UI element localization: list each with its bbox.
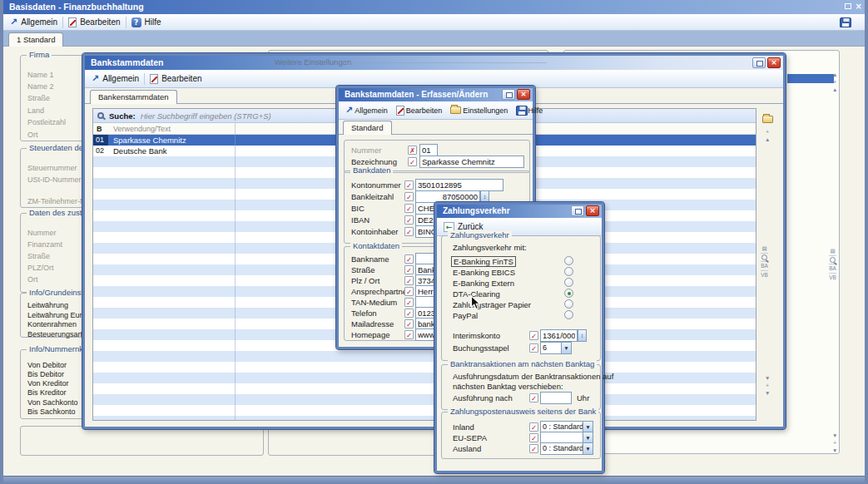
window-title: Bankstammdaten — [91, 57, 164, 67]
option-label: PayPal — [453, 311, 478, 320]
field-check-icon[interactable]: ✓ — [404, 265, 414, 274]
field-check-icon[interactable]: ✓ — [529, 343, 538, 353]
menu-allgemein[interactable]: ↗ Allgemein — [7, 17, 60, 27]
radio-zahlungstraeger-papier[interactable] — [564, 299, 573, 309]
list-view-icon[interactable]: ▤ — [830, 248, 835, 254]
folder-icon[interactable] — [762, 116, 773, 123]
interimskonto-input[interactable] — [540, 329, 578, 342]
zahlungsverkehr-title-bar[interactable]: Zahlungsverkehr × — [437, 205, 602, 218]
menu-bearbeiten[interactable]: Bearbeiten — [394, 105, 445, 116]
erfassen-title-bar[interactable]: Bankstammdaten - Erfassen/Ändern × — [339, 88, 533, 101]
buchungsstapel-label: Buchungsstapel — [453, 343, 509, 353]
allgemein-icon: ↗ — [10, 17, 17, 27]
field-label: Bis Kreditor — [27, 388, 67, 397]
radio-e-banking-extern[interactable] — [564, 278, 573, 287]
close-icon[interactable]: × — [856, 2, 862, 12]
save-icon[interactable] — [516, 106, 528, 116]
field-check-icon[interactable]: ✓ — [529, 393, 538, 403]
restore-icon[interactable] — [502, 89, 515, 100]
field-check-icon[interactable]: ✓ — [404, 180, 414, 190]
bezeichnung-input[interactable] — [419, 156, 524, 168]
buchungsstapel-value[interactable]: 6 — [540, 342, 562, 354]
field-check-icon[interactable]: ✓ — [408, 157, 417, 166]
konto-lookup-spinner[interactable]: ↕ — [578, 329, 587, 342]
vb-badge[interactable]: VB — [761, 272, 768, 279]
column-header-verwendung[interactable]: Verwendung/Text — [108, 123, 171, 134]
bank-lookup-spinner[interactable]: ↕ — [480, 190, 489, 203]
menu-bearbeiten[interactable]: Bearbeiten — [66, 17, 122, 28]
selected-list-row[interactable] — [787, 74, 834, 83]
maximize-icon[interactable] — [842, 2, 854, 12]
plus-icon[interactable]: + — [833, 440, 836, 447]
field-check-icon[interactable]: ✓ — [404, 330, 414, 339]
close-icon[interactable]: × — [586, 205, 599, 216]
field-check-icon[interactable]: ✓ — [404, 192, 414, 201]
field-check-icon[interactable]: ✓ — [404, 309, 414, 318]
ausland-select[interactable]: 0 : Standard — [540, 442, 583, 455]
window-bottom-edge — [3, 476, 865, 484]
ausfuehrung-nach-input[interactable] — [540, 392, 572, 404]
list-view-icon[interactable]: ▤ — [761, 245, 766, 252]
main-title-bar[interactable]: Basisdaten - Finanzbuchhaltung × — [3, 0, 865, 14]
menu-einstellungen[interactable]: Einstellungen — [448, 106, 510, 116]
field-check-icon[interactable]: ✓ — [404, 215, 414, 225]
scroll-up-icon[interactable]: ▲ — [832, 86, 837, 93]
nummer-input[interactable] — [419, 144, 438, 156]
ba-badge[interactable]: BA — [761, 263, 768, 269]
field-label: Besteuerungsart — [27, 330, 82, 338]
scroll-down-icon[interactable]: ▼ — [832, 432, 837, 439]
field-check-icon[interactable]: ✓ — [529, 331, 538, 340]
restore-icon[interactable] — [752, 57, 766, 68]
field-label: Postleitzahl — [27, 118, 66, 126]
column-header-b[interactable]: B — [93, 123, 108, 134]
vb-badge[interactable]: VB — [829, 274, 836, 281]
field-check-icon[interactable]: ✓ — [529, 444, 538, 453]
radio-dta-clearing[interactable] — [564, 289, 573, 298]
field-check-icon[interactable]: ✓ — [404, 276, 414, 285]
radio-e-banking-ebics[interactable] — [564, 267, 573, 276]
search-mini-icon[interactable] — [830, 257, 836, 263]
restore-icon[interactable] — [571, 205, 584, 216]
search-placeholder: Hier Suchbegriff eingeben (STRG+S) — [141, 111, 271, 121]
scroll-end-icon[interactable]: ▼ — [832, 447, 837, 454]
chevron-down-icon[interactable]: ▼ — [561, 342, 572, 354]
field-check-icon[interactable]: ✓ — [529, 422, 538, 432]
field-check-icon[interactable]: ✓ — [404, 227, 414, 236]
banktag-text-line2: nächsten Banktag verschieben: — [453, 382, 563, 391]
close-icon[interactable]: × — [517, 89, 530, 100]
scroll-up-icon[interactable]: ▲ — [765, 136, 770, 143]
search-mini-icon[interactable] — [761, 254, 767, 260]
plus-icon[interactable]: + — [833, 79, 836, 86]
scroll-end-icon[interactable]: ▼ — [765, 390, 770, 397]
option-label: E-Banking FinTS — [451, 256, 516, 267]
menu-bearbeiten[interactable]: Bearbeiten — [147, 73, 204, 85]
field-label: Straße — [27, 94, 50, 102]
plus-icon[interactable]: + — [766, 129, 769, 136]
menu-allgemein[interactable]: ↗ Allgemein — [343, 105, 390, 116]
field-label: Ort — [27, 275, 38, 284]
field-check-icon[interactable]: ✓ — [529, 433, 538, 442]
field-cross-icon[interactable]: ✗ — [408, 146, 417, 155]
field-check-icon[interactable]: ✓ — [404, 204, 414, 213]
save-icon[interactable] — [840, 17, 851, 27]
radio-e-banking-fints[interactable] — [564, 256, 573, 265]
scroll-top-icon[interactable]: ▲ — [832, 72, 837, 78]
tab-standard[interactable]: Standard — [343, 121, 392, 135]
close-icon[interactable]: × — [767, 57, 781, 68]
scroll-down-icon[interactable]: ▼ — [765, 375, 770, 382]
field-check-icon[interactable]: ✓ — [404, 287, 414, 296]
radio-paypal[interactable] — [564, 310, 573, 319]
field-check-icon[interactable]: ✓ — [404, 254, 414, 264]
menu-allgemein[interactable]: ↗ Allgemein — [89, 73, 141, 84]
field-label: Von Sachkonto — [27, 398, 78, 407]
kontonummer-input[interactable] — [415, 179, 503, 191]
tab-bankenstammdaten[interactable]: Bankenstammdaten — [90, 90, 177, 104]
field-check-icon[interactable]: ✓ — [404, 319, 414, 328]
bankleitzahl-input[interactable] — [415, 190, 480, 203]
ba-badge[interactable]: BA — [829, 265, 836, 272]
plus-icon[interactable]: + — [766, 383, 769, 389]
chevron-down-icon[interactable]: ▼ — [583, 442, 593, 455]
field-check-icon[interactable]: ✓ — [404, 298, 414, 307]
tab-standard[interactable]: 1 Standard — [8, 32, 63, 47]
menu-hilfe[interactable]: ? Hilfe — [129, 17, 164, 28]
